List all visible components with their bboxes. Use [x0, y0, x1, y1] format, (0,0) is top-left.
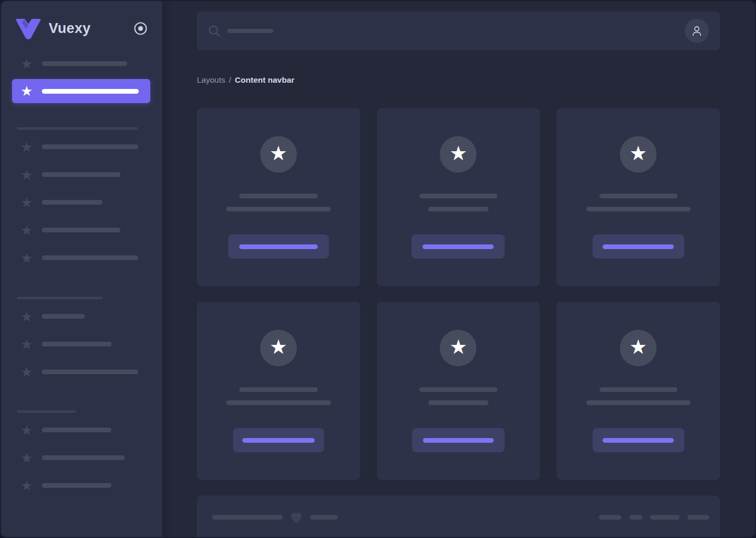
- menu-label-skeleton: [42, 483, 112, 488]
- card-button-skeleton[interactable]: [228, 234, 329, 259]
- sidebar-menu-item[interactable]: ★: [0, 188, 162, 216]
- menu-label-skeleton: [42, 455, 125, 460]
- card-subtitle-skeleton: [586, 207, 691, 211]
- breadcrumb: Layouts / Content navbar: [197, 74, 720, 86]
- star-icon: ★: [20, 168, 34, 182]
- card-grid: ★ ★ ★ ★ ★: [197, 108, 720, 480]
- star-icon: ★: [20, 140, 34, 154]
- sidebar-menu-item[interactable]: ★: [0, 244, 162, 272]
- star-badge: ★: [440, 330, 476, 366]
- app-title: Vuexy: [49, 20, 91, 37]
- sidebar-menu-item[interactable]: ★: [0, 161, 162, 188]
- menu-label-skeleton: [42, 255, 138, 260]
- star-badge: ★: [620, 330, 657, 366]
- menu-label-skeleton: [42, 200, 103, 205]
- card-subtitle-skeleton: [428, 400, 488, 405]
- card-title-skeleton: [419, 194, 497, 198]
- star-icon: ★: [20, 57, 34, 71]
- sidebar-menu-item[interactable]: ★: [0, 358, 162, 386]
- star-icon: ★: [20, 451, 34, 465]
- card-button-skeleton[interactable]: [593, 234, 684, 259]
- star-icon: ★: [270, 143, 287, 163]
- sidebar-menu-item[interactable]: ★: [0, 216, 162, 244]
- card-title-skeleton: [239, 194, 318, 198]
- search-placeholder-skeleton[interactable]: [227, 29, 273, 33]
- card-button-skeleton[interactable]: [412, 428, 505, 452]
- demo-card: ★: [377, 302, 540, 480]
- heart-icon[interactable]: [290, 510, 303, 524]
- card-subtitle-skeleton: [226, 207, 331, 211]
- menu-label-skeleton: [42, 342, 112, 346]
- button-label-skeleton: [242, 438, 315, 443]
- button-label-skeleton: [603, 438, 674, 443]
- footer-meta-skeleton: [687, 515, 709, 520]
- radio-circle-icon: [134, 21, 148, 36]
- star-badge: ★: [440, 136, 476, 173]
- card-title-skeleton: [599, 387, 677, 392]
- menu-label-skeleton: [42, 369, 138, 374]
- sidebar-section-skeleton: [17, 127, 138, 130]
- search-navbar: [197, 12, 720, 50]
- star-icon: ★: [449, 143, 467, 163]
- sidebar-menu-item-active[interactable]: ★: [12, 79, 150, 103]
- sidebar-menu-item[interactable]: ★: [0, 133, 162, 161]
- breadcrumb-separator: /: [229, 75, 231, 85]
- menu-label-skeleton: [42, 61, 127, 66]
- sidebar-menu-item[interactable]: ★: [0, 444, 162, 472]
- card-subtitle-skeleton: [428, 207, 488, 211]
- person-icon: [691, 25, 703, 37]
- card-title-skeleton: [419, 387, 497, 392]
- sidebar-menu-item[interactable]: ★: [0, 302, 162, 330]
- demo-card: ★: [557, 302, 720, 480]
- card-button-skeleton[interactable]: [233, 428, 324, 452]
- button-label-skeleton: [603, 244, 674, 249]
- user-avatar-button[interactable]: [685, 19, 709, 43]
- card-button-skeleton[interactable]: [412, 234, 505, 259]
- sidebar-section-skeleton: [17, 410, 76, 413]
- sidebar-nav: ★ ★ ★ ★ ★ ★ ★ ★ ★ ★ ★ ★ ★: [0, 50, 162, 499]
- sidebar-menu-item[interactable]: ★: [0, 472, 162, 499]
- star-icon: ★: [629, 337, 647, 357]
- star-icon: ★: [20, 479, 34, 492]
- menu-label-skeleton: [42, 314, 85, 319]
- menu-label-skeleton: [42, 428, 112, 432]
- search-icon[interactable]: [208, 25, 220, 37]
- main-content: Layouts / Content navbar ★ ★ ★: [162, 0, 756, 538]
- sidebar-section-skeleton: [17, 297, 103, 299]
- footer-meta-skeleton: [629, 515, 642, 520]
- card-subtitle-skeleton: [226, 400, 331, 405]
- star-icon: ★: [20, 223, 34, 237]
- button-label-skeleton: [239, 244, 318, 249]
- sidebar-header: Vuexy: [0, 0, 162, 50]
- breadcrumb-link-layouts[interactable]: Layouts: [197, 75, 225, 85]
- footer-meta-skeleton: [599, 515, 621, 520]
- card-title-skeleton: [599, 194, 677, 198]
- demo-card: ★: [197, 302, 360, 480]
- sidebar: Vuexy ★ ★ ★ ★ ★ ★ ★ ★ ★: [0, 0, 162, 538]
- star-badge: ★: [260, 330, 297, 366]
- star-icon: ★: [20, 338, 34, 351]
- demo-card: ★: [197, 108, 360, 286]
- footer-text-skeleton: [310, 515, 338, 520]
- footer-row: [212, 496, 709, 538]
- vuexy-logo-icon: [15, 18, 42, 39]
- star-icon: ★: [270, 337, 287, 357]
- sidebar-menu-item[interactable]: ★: [0, 330, 162, 358]
- menu-pin-toggle[interactable]: [134, 21, 148, 36]
- footer-meta-skeleton: [650, 515, 680, 520]
- menu-label-skeleton: [42, 228, 120, 232]
- star-badge: ★: [260, 136, 297, 173]
- sidebar-menu-item[interactable]: ★: [0, 50, 162, 77]
- demo-card: ★: [557, 108, 720, 286]
- card-title-skeleton: [239, 387, 318, 392]
- star-icon: ★: [20, 84, 34, 98]
- star-icon: ★: [20, 310, 34, 323]
- star-icon: ★: [20, 423, 34, 437]
- menu-label-skeleton: [42, 144, 138, 149]
- button-label-skeleton: [423, 438, 494, 443]
- sidebar-menu-item[interactable]: ★: [0, 416, 162, 444]
- star-icon: ★: [20, 365, 34, 379]
- star-icon: ★: [629, 143, 647, 163]
- card-button-skeleton[interactable]: [593, 428, 684, 452]
- menu-label-skeleton: [42, 89, 139, 94]
